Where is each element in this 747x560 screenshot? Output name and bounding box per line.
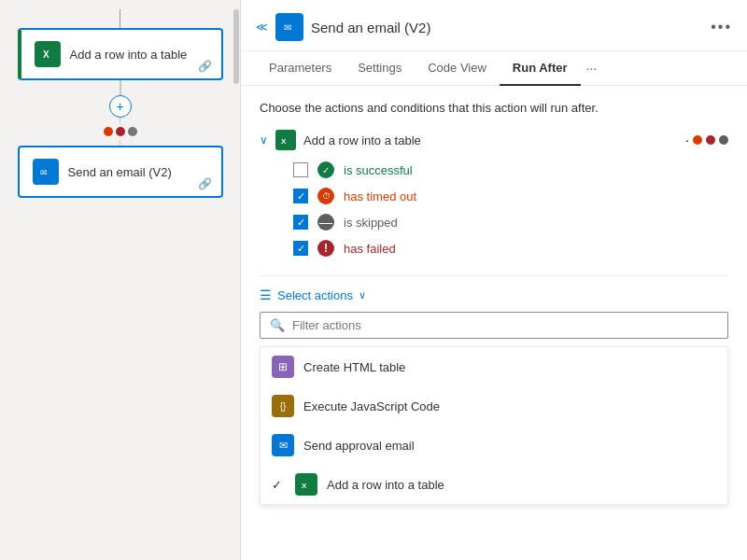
more-options-icon[interactable]: ••• bbox=[711, 19, 732, 35]
tab-more-icon[interactable]: ··· bbox=[581, 51, 603, 85]
scrollbar[interactable] bbox=[233, 0, 240, 560]
filter-box: 🔍 bbox=[260, 312, 728, 339]
badge-timedout: ⏱ bbox=[317, 188, 334, 204]
status-dots bbox=[104, 127, 137, 136]
tab-run-after[interactable]: Run After bbox=[500, 51, 581, 86]
dot-red bbox=[116, 127, 125, 136]
link-icon-email: 🔗 bbox=[198, 177, 212, 190]
status-item-timedout: ⏱ has timed out bbox=[293, 188, 728, 204]
section-dot-orange bbox=[693, 135, 702, 145]
tab-bar: Parameters Settings Code View Run After … bbox=[241, 51, 747, 86]
add-row-icon: X bbox=[295, 473, 317, 496]
excel-icon: X bbox=[35, 41, 61, 67]
checkbox-timedout[interactable] bbox=[293, 189, 308, 203]
label-failed: has failed bbox=[344, 242, 396, 256]
status-item-successful: ✓ is successful bbox=[293, 161, 728, 178]
section-header: ∨ X Add a row into a table · bbox=[260, 130, 728, 150]
svg-text:X: X bbox=[302, 482, 307, 490]
dot-orange bbox=[104, 127, 113, 136]
badge-successful: ✓ bbox=[317, 161, 334, 178]
status-item-failed: ! has failed bbox=[293, 240, 728, 257]
tab-settings[interactable]: Settings bbox=[345, 51, 415, 86]
add-row-card[interactable]: X Add a row into a table 🔗 bbox=[18, 28, 223, 80]
tab-parameters[interactable]: Parameters bbox=[256, 51, 345, 86]
status-item-skipped: — is skipped bbox=[293, 214, 728, 231]
html-table-icon: ⊞ bbox=[272, 356, 294, 378]
select-actions-label: Select actions bbox=[277, 288, 353, 302]
select-actions-toggle[interactable]: ☰ Select actions ∨ bbox=[260, 287, 728, 302]
action-label-js-code: Execute JavaScript Code bbox=[303, 399, 440, 413]
section-dot-gray bbox=[719, 135, 728, 145]
tab-code-view[interactable]: Code View bbox=[415, 51, 500, 86]
search-icon: 🔍 bbox=[270, 318, 285, 332]
divider bbox=[260, 275, 728, 276]
panel-email-icon: ✉ bbox=[275, 13, 303, 41]
section-title: Add a row into a table bbox=[303, 133, 678, 147]
action-item-add-row[interactable]: ✓ X Add a row into a table bbox=[261, 465, 727, 504]
expand-icon[interactable]: ≪ bbox=[256, 21, 268, 34]
section-chevron[interactable]: ∨ bbox=[260, 133, 268, 147]
checkbox-skipped[interactable] bbox=[293, 215, 308, 230]
section-excel-icon: X bbox=[275, 130, 296, 150]
label-timedout: has timed out bbox=[344, 189, 416, 203]
select-actions-chevron: ∨ bbox=[359, 289, 366, 301]
checkbox-successful[interactable] bbox=[293, 162, 308, 177]
add-row-title: Add a row into a table bbox=[70, 48, 188, 62]
link-icon-top: 🔗 bbox=[198, 60, 212, 73]
right-panel: ≪ ✉ Send an email (V2) ••• Parameters Se… bbox=[241, 0, 747, 560]
action-item-js-code[interactable]: {} Execute JavaScript Code bbox=[261, 386, 727, 426]
action-item-approval-email[interactable]: ✉ Send approval email bbox=[261, 426, 727, 465]
panel-body: Choose the actions and conditions that t… bbox=[241, 86, 747, 560]
approval-email-icon: ✉ bbox=[272, 434, 294, 456]
status-items-list: ✓ is successful ⏱ has timed out — is ski… bbox=[293, 161, 728, 257]
badge-skipped: — bbox=[317, 214, 334, 231]
action-label-approval-email: Send approval email bbox=[303, 439, 415, 453]
js-code-icon: {} bbox=[272, 395, 294, 417]
scrollbar-thumb bbox=[233, 9, 239, 84]
section-dot-red bbox=[706, 135, 715, 145]
svg-text:✉: ✉ bbox=[40, 168, 48, 177]
run-after-description: Choose the actions and conditions that t… bbox=[260, 101, 728, 115]
panel-header: ≪ ✉ Send an email (V2) ••• bbox=[241, 0, 747, 51]
svg-text:X: X bbox=[281, 137, 287, 146]
action-label-html-table: Create HTML table bbox=[303, 360, 405, 374]
left-panel: X Add a row into a table 🔗 + ✉ Send an e… bbox=[0, 0, 241, 560]
badge-failed: ! bbox=[317, 240, 334, 257]
dot-gray bbox=[128, 127, 137, 136]
email-icon-left: ✉ bbox=[33, 159, 59, 185]
label-successful: is successful bbox=[344, 163, 413, 177]
actions-dropdown: ⊞ Create HTML table {} Execute JavaScrip… bbox=[260, 346, 728, 505]
action-label-add-row: Add a row into a table bbox=[327, 478, 444, 492]
check-mark-icon: ✓ bbox=[272, 478, 282, 492]
label-skipped: is skipped bbox=[344, 216, 398, 230]
filter-input[interactable] bbox=[292, 318, 718, 332]
action-item-html-table[interactable]: ⊞ Create HTML table bbox=[261, 347, 727, 386]
select-actions-list-icon: ☰ bbox=[260, 287, 272, 302]
svg-text:✉: ✉ bbox=[284, 22, 291, 33]
svg-text:X: X bbox=[43, 49, 49, 60]
section-status-dots: · bbox=[685, 133, 728, 147]
checkbox-failed[interactable] bbox=[293, 241, 308, 256]
add-step-button[interactable]: + bbox=[109, 95, 132, 118]
send-email-card[interactable]: ✉ Send an email (V2) 🔗 bbox=[18, 146, 223, 198]
email-card-title: Send an email (V2) bbox=[68, 165, 172, 179]
top-connector bbox=[120, 9, 120, 28]
panel-title: Send an email (V2) bbox=[311, 20, 703, 35]
